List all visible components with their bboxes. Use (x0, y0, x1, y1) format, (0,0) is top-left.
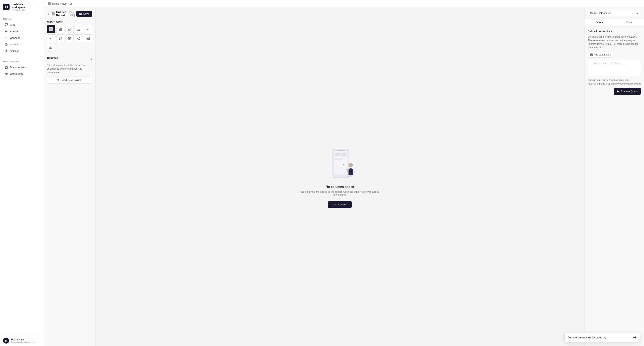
datasource-select[interactable]: Demo Datasource ⌄ (588, 10, 641, 16)
sidebar-item-label: Agents (10, 30, 18, 33)
sidebar-item-agents[interactable]: Agents (2, 28, 42, 34)
save-button[interactable]: Save (76, 11, 92, 17)
connect-icon (5, 36, 8, 39)
workspace-info: Hashim's workspace Premium Plan (12, 3, 36, 11)
svg-point-8 (6, 50, 7, 51)
add-column-label: + Add New Column (60, 78, 82, 81)
sidebar-item-community[interactable]: Community (2, 71, 42, 77)
report-type-image[interactable] (84, 34, 92, 42)
add-parameters-button[interactable]: Add parameters (588, 52, 613, 58)
report-title-row: Untitled Report [Data table] Save ✕ Canc… (47, 10, 92, 17)
user-profile[interactable]: H Hashim Ea hashimea@outlook.com ⌃ (0, 335, 44, 346)
sidebar-item-label: Community (10, 72, 23, 75)
report-type-line[interactable] (66, 25, 74, 33)
svg-point-31 (88, 29, 89, 30)
sidebar-item-library[interactable]: Library (2, 41, 42, 47)
report-icon (52, 11, 54, 16)
report-type-table[interactable] (47, 25, 55, 33)
sidebar-toggle-icon[interactable] (48, 2, 51, 5)
add-column-center-label: Add Column (333, 203, 347, 206)
breadcrumb-app[interactable]: app (62, 2, 67, 5)
svg-point-30 (88, 28, 88, 29)
save-label: Save (83, 12, 89, 15)
report-type-scatter[interactable] (84, 25, 92, 33)
report-types-title: Report types (47, 20, 92, 23)
donut-chart-icon (58, 36, 62, 40)
workspace-switcher[interactable]: Hashim's workspace Premium Plan ⌃ (0, 0, 44, 14)
workspace-plan: Premium Plan (12, 9, 36, 11)
agents-icon (5, 30, 8, 33)
svg-rect-14 (48, 4, 50, 4)
report-type-gauge[interactable] (47, 34, 55, 42)
report-type-polar[interactable] (66, 34, 74, 42)
sidebar-item-documentation[interactable]: Documentation (2, 64, 42, 70)
svg-rect-23 (59, 29, 60, 30)
right-panel-header: Demo Datasource ⌄ (584, 7, 644, 19)
svg-rect-57 (335, 158, 344, 158)
workspace-name: Hashim's workspace (12, 3, 36, 9)
community-icon (5, 72, 8, 75)
chevron-down-icon: ⌃ (38, 5, 40, 8)
sidebar-item-label: Documentation (10, 66, 27, 69)
ai-chat-send-button[interactable] (633, 336, 637, 340)
svg-rect-49 (337, 150, 345, 151)
right-panel: Demo Datasource ⌄ Query Data Dataset par… (584, 7, 644, 346)
breadcrumb-ai[interactable]: ai (70, 2, 72, 5)
columns-title: Columns (47, 56, 58, 59)
svg-rect-53 (341, 155, 346, 156)
line-chart-icon (68, 27, 71, 31)
svg-rect-24 (60, 28, 60, 30)
columns-header: Columns ∧ (47, 56, 92, 61)
tab-data-label: Data (626, 21, 632, 24)
execute-query-button[interactable]: Execute Query (614, 88, 641, 95)
ai-chat-input[interactable] (568, 336, 631, 339)
sidebar-item-connect[interactable]: Connect (2, 34, 42, 41)
breadcrumb-home[interactable]: Home (52, 2, 59, 5)
sql-editor[interactable]: 1 Enter your sql here... (588, 60, 641, 76)
sidebar-item-chat[interactable]: Chat (2, 21, 42, 28)
svg-rect-50 (335, 153, 340, 154)
columns-collapse-button[interactable]: ∧ (90, 57, 92, 60)
send-icon (633, 336, 637, 340)
svg-rect-42 (87, 37, 90, 39)
svg-point-29 (87, 29, 88, 30)
report-type-combo[interactable] (47, 43, 55, 52)
documentation-icon (5, 66, 8, 69)
add-column-plus-icon: ⊞ (57, 78, 59, 81)
report-types-section: Report types (47, 20, 92, 52)
no-columns-description: No columns are added to the report. Clic… (300, 190, 380, 196)
svg-point-10 (5, 73, 6, 74)
sidebar-item-label: Chat (10, 23, 15, 26)
datasource-chevron-icon: ⌄ (636, 11, 638, 14)
svg-rect-7 (6, 43, 7, 45)
report-type-pentagon[interactable] (75, 34, 83, 42)
svg-point-60 (348, 175, 354, 177)
report-type-donut[interactable] (56, 34, 64, 42)
sql-line-number: 1 (590, 62, 592, 74)
sidebar-item-settings[interactable]: Settings (2, 48, 42, 54)
help-label: Help & Support (0, 57, 44, 64)
svg-point-32 (88, 28, 89, 28)
report-type-bar[interactable] (56, 25, 64, 33)
add-new-column-button[interactable]: ⊞ + Add New Column (47, 76, 92, 83)
right-panel-body: Dataset parameters Configure dynamic par… (584, 26, 644, 346)
add-column-center-button[interactable]: Add Column (328, 201, 352, 208)
general-label: General (0, 15, 44, 21)
library-icon (5, 43, 8, 46)
back-button[interactable] (47, 12, 50, 15)
cancel-button[interactable]: ✕ Cancel (94, 11, 96, 17)
image-icon (86, 36, 90, 40)
svg-marker-64 (617, 90, 619, 92)
pentagon-icon (77, 36, 80, 40)
svg-rect-25 (61, 28, 62, 30)
svg-marker-41 (78, 37, 80, 39)
combo-icon (49, 46, 53, 49)
report-type-area[interactable] (75, 25, 83, 33)
svg-rect-13 (48, 3, 50, 4)
polar-icon (68, 36, 71, 40)
tab-query[interactable]: Query (584, 19, 614, 26)
sidebar-item-label: Library (10, 43, 18, 46)
tab-data[interactable]: Data (614, 19, 644, 26)
user-info: Hashim Ea hashimea@outlook.com (11, 338, 36, 344)
dataset-params-desc: Configure dynamic parameters for the dat… (588, 35, 641, 49)
